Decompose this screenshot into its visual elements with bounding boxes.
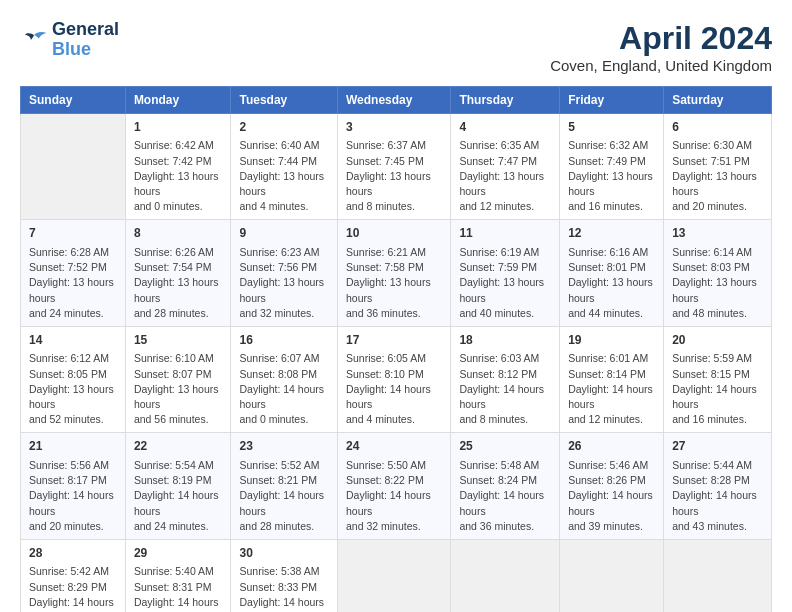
- day-number: 20: [672, 332, 763, 349]
- sunrise-text: Sunrise: 6:14 AM: [672, 246, 752, 258]
- sunrise-text: Sunrise: 5:52 AM: [239, 459, 319, 471]
- sunset-text: Sunset: 8:01 PM: [568, 261, 646, 273]
- calendar-cell: [21, 114, 126, 220]
- daylight-minutes: and 32 minutes.: [239, 307, 314, 319]
- day-number: 4: [459, 119, 551, 136]
- day-number: 11: [459, 225, 551, 242]
- sunset-text: Sunset: 8:26 PM: [568, 474, 646, 486]
- daylight-text: Daylight: 14 hours hours: [346, 383, 431, 410]
- sunrise-text: Sunrise: 5:59 AM: [672, 352, 752, 364]
- weekday-header: Sunday: [21, 87, 126, 114]
- daylight-text: Daylight: 13 hours hours: [459, 170, 544, 197]
- daylight-minutes: and 20 minutes.: [29, 520, 104, 532]
- day-number: 18: [459, 332, 551, 349]
- logo-general: General: [52, 20, 119, 40]
- day-info: Sunrise: 6:23 AM Sunset: 7:56 PM Dayligh…: [239, 245, 329, 321]
- daylight-text: Daylight: 14 hours hours: [29, 489, 114, 516]
- day-number: 28: [29, 545, 117, 562]
- daylight-minutes: and 12 minutes.: [568, 413, 643, 425]
- sunset-text: Sunset: 8:08 PM: [239, 368, 317, 380]
- calendar-cell: 15 Sunrise: 6:10 AM Sunset: 8:07 PM Dayl…: [125, 326, 231, 432]
- calendar-cell: 28 Sunrise: 5:42 AM Sunset: 8:29 PM Dayl…: [21, 539, 126, 612]
- day-number: 19: [568, 332, 655, 349]
- calendar-cell: 16 Sunrise: 6:07 AM Sunset: 8:08 PM Dayl…: [231, 326, 338, 432]
- day-number: 29: [134, 545, 223, 562]
- day-number: 13: [672, 225, 763, 242]
- calendar-week-row: 21 Sunrise: 5:56 AM Sunset: 8:17 PM Dayl…: [21, 433, 772, 539]
- daylight-text: Daylight: 13 hours hours: [568, 276, 653, 303]
- day-info: Sunrise: 6:28 AM Sunset: 7:52 PM Dayligh…: [29, 245, 117, 321]
- sunset-text: Sunset: 8:29 PM: [29, 581, 107, 593]
- daylight-text: Daylight: 13 hours hours: [459, 276, 544, 303]
- day-number: 9: [239, 225, 329, 242]
- daylight-text: Daylight: 14 hours hours: [346, 489, 431, 516]
- sunrise-text: Sunrise: 5:46 AM: [568, 459, 648, 471]
- day-number: 12: [568, 225, 655, 242]
- title-area: April 2024 Coven, England, United Kingdo…: [550, 20, 772, 74]
- calendar-week-row: 28 Sunrise: 5:42 AM Sunset: 8:29 PM Dayl…: [21, 539, 772, 612]
- calendar-week-row: 7 Sunrise: 6:28 AM Sunset: 7:52 PM Dayli…: [21, 220, 772, 326]
- daylight-text: Daylight: 14 hours hours: [672, 489, 757, 516]
- calendar-cell: [664, 539, 772, 612]
- daylight-minutes: and 48 minutes.: [672, 307, 747, 319]
- daylight-text: Daylight: 13 hours hours: [29, 276, 114, 303]
- day-number: 10: [346, 225, 442, 242]
- calendar-cell: 10 Sunrise: 6:21 AM Sunset: 7:58 PM Dayl…: [338, 220, 451, 326]
- daylight-text: Daylight: 13 hours hours: [672, 276, 757, 303]
- daylight-text: Daylight: 14 hours hours: [568, 383, 653, 410]
- daylight-minutes: and 0 minutes.: [239, 413, 308, 425]
- sunrise-text: Sunrise: 6:10 AM: [134, 352, 214, 364]
- day-number: 1: [134, 119, 223, 136]
- sunrise-text: Sunrise: 6:40 AM: [239, 139, 319, 151]
- sunrise-text: Sunrise: 6:37 AM: [346, 139, 426, 151]
- sunset-text: Sunset: 8:28 PM: [672, 474, 750, 486]
- calendar-table: SundayMondayTuesdayWednesdayThursdayFrid…: [20, 86, 772, 612]
- daylight-minutes: and 16 minutes.: [672, 413, 747, 425]
- calendar-cell: 18 Sunrise: 6:03 AM Sunset: 8:12 PM Dayl…: [451, 326, 560, 432]
- daylight-text: Daylight: 14 hours hours: [134, 596, 219, 612]
- calendar-cell: 8 Sunrise: 6:26 AM Sunset: 7:54 PM Dayli…: [125, 220, 231, 326]
- calendar-cell: 22 Sunrise: 5:54 AM Sunset: 8:19 PM Dayl…: [125, 433, 231, 539]
- sunset-text: Sunset: 8:14 PM: [568, 368, 646, 380]
- daylight-text: Daylight: 13 hours hours: [346, 170, 431, 197]
- weekday-header: Tuesday: [231, 87, 338, 114]
- sunrise-text: Sunrise: 6:19 AM: [459, 246, 539, 258]
- day-info: Sunrise: 5:54 AM Sunset: 8:19 PM Dayligh…: [134, 458, 223, 534]
- day-number: 23: [239, 438, 329, 455]
- sunrise-text: Sunrise: 5:54 AM: [134, 459, 214, 471]
- sunset-text: Sunset: 7:45 PM: [346, 155, 424, 167]
- calendar-cell: 29 Sunrise: 5:40 AM Sunset: 8:31 PM Dayl…: [125, 539, 231, 612]
- sunset-text: Sunset: 8:22 PM: [346, 474, 424, 486]
- day-info: Sunrise: 6:32 AM Sunset: 7:49 PM Dayligh…: [568, 138, 655, 214]
- daylight-text: Daylight: 13 hours hours: [29, 383, 114, 410]
- calendar-cell: 5 Sunrise: 6:32 AM Sunset: 7:49 PM Dayli…: [560, 114, 664, 220]
- daylight-text: Daylight: 13 hours hours: [239, 276, 324, 303]
- daylight-minutes: and 16 minutes.: [568, 200, 643, 212]
- daylight-minutes: and 44 minutes.: [568, 307, 643, 319]
- daylight-text: Daylight: 14 hours hours: [29, 596, 114, 612]
- day-number: 27: [672, 438, 763, 455]
- day-number: 26: [568, 438, 655, 455]
- sunset-text: Sunset: 8:19 PM: [134, 474, 212, 486]
- day-info: Sunrise: 6:14 AM Sunset: 8:03 PM Dayligh…: [672, 245, 763, 321]
- sunrise-text: Sunrise: 5:56 AM: [29, 459, 109, 471]
- day-number: 16: [239, 332, 329, 349]
- sunrise-text: Sunrise: 6:01 AM: [568, 352, 648, 364]
- sunrise-text: Sunrise: 6:32 AM: [568, 139, 648, 151]
- daylight-text: Daylight: 14 hours hours: [239, 383, 324, 410]
- sunrise-text: Sunrise: 6:30 AM: [672, 139, 752, 151]
- sunrise-text: Sunrise: 5:50 AM: [346, 459, 426, 471]
- daylight-minutes: and 0 minutes.: [134, 200, 203, 212]
- daylight-text: Daylight: 13 hours hours: [672, 170, 757, 197]
- sunrise-text: Sunrise: 6:23 AM: [239, 246, 319, 258]
- day-number: 21: [29, 438, 117, 455]
- sunrise-text: Sunrise: 6:26 AM: [134, 246, 214, 258]
- sunset-text: Sunset: 7:51 PM: [672, 155, 750, 167]
- day-number: 25: [459, 438, 551, 455]
- calendar-cell: [338, 539, 451, 612]
- calendar-cell: 1 Sunrise: 6:42 AM Sunset: 7:42 PM Dayli…: [125, 114, 231, 220]
- sunset-text: Sunset: 7:59 PM: [459, 261, 537, 273]
- daylight-minutes: and 56 minutes.: [134, 413, 209, 425]
- daylight-text: Daylight: 13 hours hours: [134, 170, 219, 197]
- calendar-cell: 13 Sunrise: 6:14 AM Sunset: 8:03 PM Dayl…: [664, 220, 772, 326]
